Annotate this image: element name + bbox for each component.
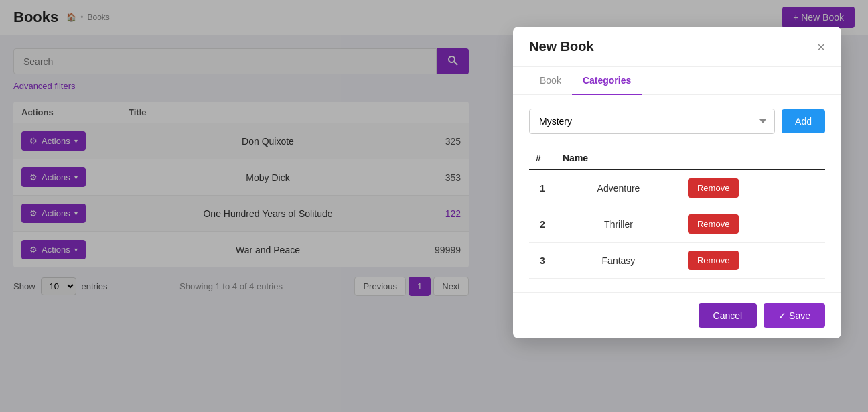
cat-remove-cell-2: Remove <box>681 206 825 243</box>
cat-table-header: # Name <box>529 147 825 169</box>
cat-name-2: Thriller <box>556 206 681 243</box>
modal-header: New Book × <box>513 27 841 67</box>
col-name: Name <box>556 147 681 169</box>
remove-button-2[interactable]: Remove <box>688 214 739 234</box>
cat-remove-cell-3: Remove <box>681 243 825 279</box>
category-select[interactable]: Mystery Adventure Thriller Fantasy Scien… <box>529 109 775 134</box>
cat-remove-cell-1: Remove <box>681 169 825 206</box>
cancel-button[interactable]: Cancel <box>699 303 757 319</box>
remove-button-3[interactable]: Remove <box>688 251 739 270</box>
modal-close-button[interactable]: × <box>817 40 825 54</box>
cat-name-3: Fantasy <box>556 243 681 279</box>
cat-row-3: 3 Fantasy Remove <box>529 243 825 279</box>
tab-categories[interactable]: Categories <box>572 67 642 95</box>
cat-num-1: 1 <box>529 169 556 206</box>
category-add-row: Mystery Adventure Thriller Fantasy Scien… <box>529 109 825 134</box>
cat-name-1: Adventure <box>556 169 681 206</box>
col-remove <box>681 147 825 169</box>
modal-title: New Book <box>529 39 594 54</box>
modal-tabs: Book Categories <box>513 67 841 95</box>
new-book-modal: New Book × Book Categories Mystery Adven… <box>513 27 841 319</box>
categories-table: # Name 1 Adventure Remove 2 Thriller <box>529 147 825 279</box>
col-num: # <box>529 147 556 169</box>
modal-body: Mystery Adventure Thriller Fantasy Scien… <box>513 95 841 292</box>
tab-book[interactable]: Book <box>529 67 572 95</box>
cat-num-3: 3 <box>529 243 556 279</box>
remove-button-1[interactable]: Remove <box>688 178 739 198</box>
add-category-button[interactable]: Add <box>782 109 825 133</box>
save-button[interactable]: ✓ Save <box>764 303 825 319</box>
cat-row-2: 2 Thriller Remove <box>529 206 825 243</box>
cat-row-1: 1 Adventure Remove <box>529 169 825 206</box>
cat-num-2: 2 <box>529 206 556 243</box>
modal-footer: Cancel ✓ Save <box>513 292 841 319</box>
